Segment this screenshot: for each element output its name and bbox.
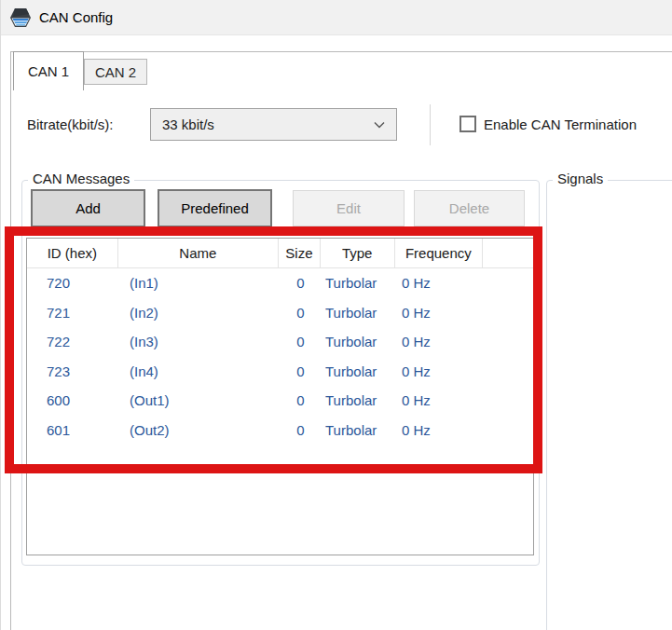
column-header-filler <box>483 239 533 267</box>
cell-id: 601 <box>27 422 118 438</box>
can-messages-group-title: CAN Messages <box>28 171 134 186</box>
cell-type: Turbolar <box>322 392 396 408</box>
cell-name: (Out2) <box>118 422 280 438</box>
delete-button[interactable]: Delete <box>414 190 525 226</box>
add-button[interactable]: Add <box>31 189 145 227</box>
can-messages-table: ID (hex) Name Size Type Frequency 720 (I… <box>26 238 534 555</box>
app-logo-icon <box>9 7 32 28</box>
tab-frame-top-border <box>10 51 672 52</box>
cell-type: Turbolar <box>322 334 396 349</box>
cell-frequency: 0 Hz <box>396 305 485 321</box>
can-termination-label: Enable CAN Termination <box>484 109 637 141</box>
tab-can2-label: CAN 2 <box>95 64 136 80</box>
chevron-down-icon <box>374 121 385 129</box>
cell-size: 0 <box>280 422 322 438</box>
cell-frequency: 0 Hz <box>396 392 485 408</box>
cell-size: 0 <box>280 275 322 291</box>
cell-name: (In1) <box>118 275 280 291</box>
table-row[interactable]: 721 (In2) 0 Turbolar 0 Hz <box>27 298 533 328</box>
cell-size: 0 <box>280 334 322 349</box>
cell-id: 723 <box>27 363 118 379</box>
bitrate-dropdown-value: 33 kbit/s <box>162 116 374 132</box>
bitrate-label: Bitrate(kbit/s): <box>27 109 114 141</box>
table-row[interactable]: 722 (In3) 0 Turbolar 0 Hz <box>27 327 533 357</box>
predefined-button[interactable]: Predefined <box>158 189 272 227</box>
section-divider <box>430 104 431 145</box>
cell-id: 721 <box>27 305 118 321</box>
column-header-size[interactable]: Size <box>279 239 321 267</box>
titlebar: CAN Config <box>1 0 672 35</box>
cell-id: 722 <box>27 334 118 349</box>
signals-group-title: Signals <box>553 171 608 186</box>
cell-name: (In3) <box>118 334 280 349</box>
cell-name: (In2) <box>118 305 280 321</box>
cell-size: 0 <box>280 392 322 408</box>
cell-size: 0 <box>280 363 322 379</box>
table-header-row: ID (hex) Name Size Type Frequency <box>27 239 533 268</box>
cell-id: 600 <box>27 392 118 408</box>
cell-id: 720 <box>27 275 118 291</box>
table-row[interactable]: 600 (Out1) 0 Turbolar 0 Hz <box>27 386 533 416</box>
window-title: CAN Config <box>39 9 113 25</box>
table-row[interactable]: 601 (Out2) 0 Turbolar 0 Hz <box>27 416 533 445</box>
bitrate-dropdown[interactable]: 33 kbit/s <box>150 108 397 141</box>
tab-can2[interactable]: CAN 2 <box>84 59 147 85</box>
table-row[interactable]: 723 (In4) 0 Turbolar 0 Hz <box>27 357 533 387</box>
cell-name: (Out1) <box>118 392 280 408</box>
can-termination-checkbox[interactable] <box>459 116 476 132</box>
cell-frequency: 0 Hz <box>396 275 485 291</box>
tab-frame-left-border <box>10 51 11 630</box>
column-header-name[interactable]: Name <box>118 239 279 267</box>
cell-frequency: 0 Hz <box>396 334 485 349</box>
cell-frequency: 0 Hz <box>396 422 485 438</box>
cell-type: Turbolar <box>322 422 396 438</box>
cell-type: Turbolar <box>322 363 396 379</box>
column-header-type[interactable]: Type <box>321 239 395 267</box>
cell-type: Turbolar <box>322 275 396 291</box>
cell-type: Turbolar <box>322 305 396 321</box>
cell-size: 0 <box>280 305 322 321</box>
column-header-id[interactable]: ID (hex) <box>27 239 118 267</box>
table-row[interactable]: 720 (In1) 0 Turbolar 0 Hz <box>27 268 533 298</box>
cell-name: (In4) <box>118 363 280 379</box>
cell-frequency: 0 Hz <box>396 363 485 379</box>
column-header-frequency[interactable]: Frequency <box>395 239 484 267</box>
edit-button[interactable]: Edit <box>293 190 405 226</box>
tab-can1-label: CAN 1 <box>28 63 69 79</box>
signals-group: Signals <box>546 180 672 630</box>
tab-can1[interactable]: CAN 1 <box>13 51 84 90</box>
